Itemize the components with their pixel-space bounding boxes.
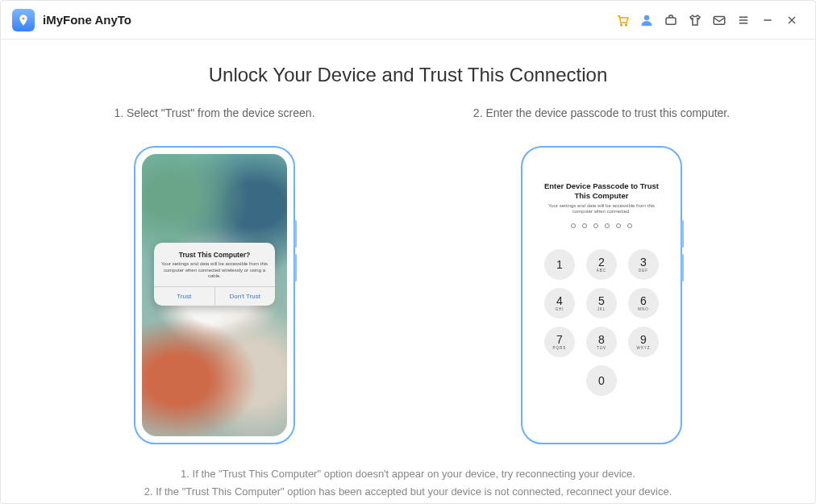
footer-notes: 1. If the "Trust This Computer" option d… [41,465,775,501]
trust-alert: Trust This Computer? Your settings and d… [154,243,275,306]
page-title: Unlock Your Device and Trust This Connec… [41,64,775,86]
menu-icon[interactable] [731,8,756,32]
phone-trust-illustration: Trust This Computer? Your settings and d… [134,146,295,444]
app-logo [12,9,35,31]
close-button[interactable] [780,8,804,32]
trust-button: Trust [154,287,215,306]
phone-passcode-illustration: Enter Device Passcode to Trust This Comp… [521,146,682,444]
svg-point-3 [644,15,649,20]
step-2-column: 2. Enter the device passcode to trust th… [473,106,731,444]
svg-point-2 [626,24,627,26]
key-4: 4GHI [544,288,575,319]
note-2: 2. If the "Trust This Computer" option h… [65,483,751,501]
step-1-column: 1. Select "Trust" from the device screen… [85,106,343,444]
user-icon[interactable] [635,8,659,32]
app-title: iMyFone AnyTo [43,13,131,27]
minimize-button[interactable] [756,8,780,32]
titlebar: iMyFone AnyTo [1,1,815,40]
passcode-dots [540,223,663,228]
key-5: 5JKL [586,288,617,319]
content: Unlock Your Device and Trust This Connec… [1,40,815,501]
passcode-title: Enter Device Passcode to Trust This Comp… [540,181,663,201]
shirt-icon[interactable] [683,8,707,32]
step-1-text: 1. Select "Trust" from the device screen… [114,106,314,138]
briefcase-icon[interactable] [659,8,683,32]
passcode-subtitle: Your settings and data will be accessibl… [540,203,663,215]
dont-trust-button: Don't Trust [215,287,276,306]
svg-point-1 [621,24,622,26]
key-3: 3DEF [628,249,659,280]
svg-point-0 [22,17,24,19]
key-0: 0 [586,365,617,396]
svg-rect-5 [714,16,725,24]
svg-rect-4 [666,18,676,24]
note-1: 1. If the "Trust This Computer" option d… [65,465,751,483]
key-7: 7PQRS [544,327,575,357]
alert-message: Your settings and data will be accessibl… [160,261,269,280]
key-6: 6MNO [628,288,659,319]
cart-icon[interactable] [610,8,635,32]
key-1: 1 [544,249,575,280]
step-2-text: 2. Enter the device passcode to trust th… [473,106,730,138]
mail-icon[interactable] [707,8,731,32]
alert-title: Trust This Computer? [160,251,269,259]
keypad: 1 2ABC 3DEF 4GHI 5JKL 6MNO 7PQRS 8TUV 9W… [529,249,674,396]
key-8: 8TUV [586,327,617,357]
key-9: 9WXYZ [628,327,659,357]
key-2: 2ABC [586,249,617,280]
